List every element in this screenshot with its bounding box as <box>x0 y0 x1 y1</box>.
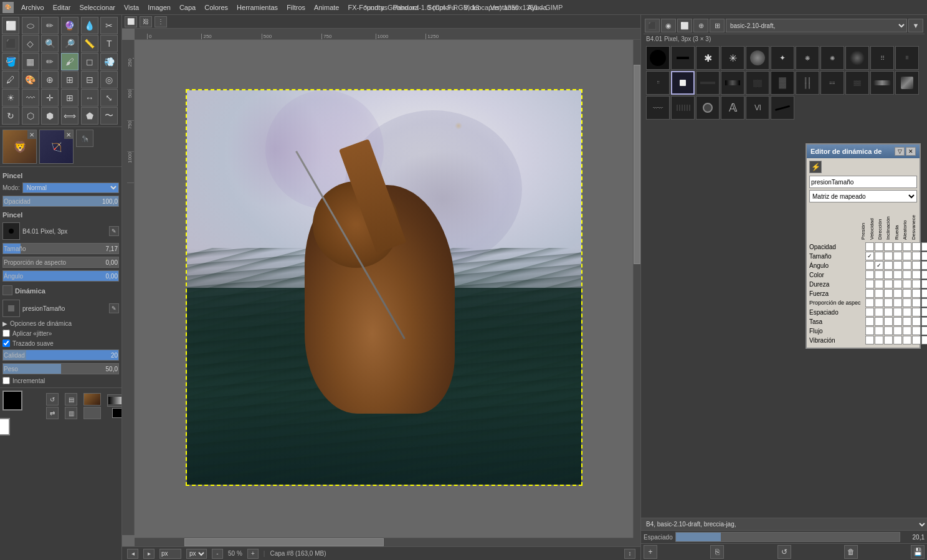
brush-item-24[interactable] <box>671 96 695 120</box>
tool-scissors[interactable]: ✂ <box>100 17 118 34</box>
weight-slider-bg[interactable] <box>2 363 119 374</box>
tool-free-select[interactable]: ✏ <box>41 17 59 34</box>
brush-new-btn[interactable]: + <box>644 545 657 559</box>
tool-warp[interactable]: 〜 <box>100 107 118 125</box>
dyn-tamano-cb-6[interactable] <box>921 252 927 260</box>
brush-edit-btn[interactable]: ✎ <box>109 226 119 236</box>
menu-filtros[interactable]: Filtros <box>283 2 309 12</box>
brush-item-25[interactable] <box>696 96 720 120</box>
brush-item-18[interactable]: ║║║║ <box>796 71 819 95</box>
dyn-angulo-cb-4[interactable] <box>903 261 911 270</box>
brush-item-20[interactable]: ▒▒ <box>845 71 869 95</box>
brush-item-4[interactable]: ✳ <box>721 46 744 70</box>
dyn-fuerza-cb-0[interactable] <box>865 289 874 298</box>
tool-shear[interactable]: ⬡ <box>22 107 39 125</box>
dyn-tasa-cb-0[interactable] <box>865 317 874 326</box>
brush-item-27[interactable]: Ⅵ <box>746 96 769 120</box>
menu-scriptfu[interactable]: Script-Fu <box>424 2 459 12</box>
dynamics-name-input[interactable] <box>809 176 917 188</box>
tool-measure[interactable]: 📏 <box>81 35 98 52</box>
dyn-fuerza-cb-2[interactable] <box>884 289 893 298</box>
dyn-vibracion-cb-3[interactable] <box>893 336 902 344</box>
dyn-fuerza-cb-1[interactable] <box>875 289 883 298</box>
dyn-tamano-cb-4[interactable] <box>903 252 911 260</box>
dyn-espaciado-cb-2[interactable] <box>884 308 893 316</box>
tool-paths[interactable]: ◇ <box>22 35 39 52</box>
brush-item-9[interactable] <box>845 46 869 70</box>
brush-item-14[interactable] <box>696 71 720 95</box>
brush-item-7[interactable]: ❋ <box>796 46 819 70</box>
dynamics-dialog-expand[interactable]: ▽ <box>895 147 905 156</box>
dyn-color-cb-5[interactable] <box>912 270 921 279</box>
menu-video[interactable]: Video <box>460 2 485 12</box>
tool-scale[interactable]: ⤡ <box>100 89 118 107</box>
tool-perspective-clone[interactable]: ⊟ <box>81 71 98 88</box>
aspect-slider-row[interactable]: Proporción de aspecto 0,00 <box>2 257 119 268</box>
brush-item-selected[interactable] <box>671 71 695 95</box>
layer-thumb-2[interactable]: 🏹 ✕ <box>39 130 74 164</box>
dyn-dureza-cb-6[interactable] <box>921 280 927 288</box>
tool-dodge-burn[interactable]: ☀ <box>2 89 19 107</box>
brush-preset-select[interactable]: basic-2.10-draft, <box>726 19 907 32</box>
brush-item-8[interactable]: ✺ <box>820 46 844 70</box>
tool-flip[interactable]: ⟺ <box>61 107 78 125</box>
menu-ayuda[interactable]: Ayuda <box>524 2 551 12</box>
tool-rectangle-select[interactable]: ⬜ <box>2 17 19 34</box>
menu-fx[interactable]: FX-Foundry <box>344 2 387 12</box>
tool-text[interactable]: T <box>100 35 118 52</box>
dyn-flujo-cb-3[interactable] <box>893 326 902 335</box>
layer-thumb-3[interactable]: 🦍 <box>76 130 93 147</box>
dyn-tamano-cb-3[interactable] <box>893 252 902 260</box>
dynamics-type-select[interactable]: Matriz de mapeado <box>809 190 917 202</box>
foreground-color[interactable] <box>2 391 22 411</box>
brush-save-btn[interactable]: 💾 <box>911 545 925 559</box>
opacity-slider-row[interactable]: Opacidad 100,0 <box>2 196 119 207</box>
dyn-flujo-cb-4[interactable] <box>903 326 911 335</box>
tool-eraser[interactable]: ◻ <box>81 53 98 70</box>
dyn-fuerza-cb-5[interactable] <box>912 289 921 298</box>
dyn-color-cb-2[interactable] <box>884 270 893 279</box>
tool-paintbrush[interactable]: 🖌 <box>61 53 78 70</box>
status-prev-btn[interactable]: ◂ <box>127 549 138 559</box>
tool-color-picker[interactable]: 🔍 <box>41 35 59 52</box>
dyn-flujo-cb-5[interactable] <box>912 326 921 335</box>
dyn-proporcion-cb-0[interactable] <box>865 298 874 307</box>
brush-bottom-select[interactable]: B4, basic-2.10-draft, breccia-jag, <box>641 518 927 531</box>
dyn-dureza-cb-3[interactable] <box>893 280 902 288</box>
dyn-dureza-cb-5[interactable] <box>912 280 921 288</box>
tool-pencil[interactable]: ✏ <box>41 53 59 70</box>
tool-blend[interactable]: ▦ <box>22 53 39 70</box>
brush-item-11[interactable]: ⠿ <box>895 46 919 70</box>
dyn-tasa-cb-6[interactable] <box>921 317 927 326</box>
dyn-color-cb-1[interactable] <box>875 270 883 279</box>
dyn-proporcion-cb-1[interactable] <box>875 298 883 307</box>
vertical-scrollbar-thumb[interactable] <box>634 65 640 264</box>
brush-item-5[interactable] <box>746 46 769 70</box>
tool-heal[interactable]: ⊞ <box>61 71 78 88</box>
dyn-tasa-cb-2[interactable] <box>884 317 893 326</box>
dyn-dureza-cb-2[interactable] <box>884 280 893 288</box>
dyn-color-cb-6[interactable] <box>921 270 927 279</box>
menu-vista[interactable]: Vista <box>120 2 143 12</box>
brush-item-3[interactable]: ✱ <box>696 46 720 70</box>
dyn-tasa-cb-1[interactable] <box>875 317 883 326</box>
zoom-in-btn[interactable]: + <box>247 549 259 559</box>
dyn-tamano-cb-2[interactable] <box>884 252 893 260</box>
dyn-tamano-cb-0[interactable]: ✓ <box>865 252 874 260</box>
dyn-angulo-cb-5[interactable] <box>912 261 921 270</box>
artwork-canvas[interactable] <box>186 89 582 486</box>
dyn-fuerza-cb-4[interactable] <box>903 289 911 298</box>
dyn-espaciado-cb-5[interactable] <box>912 308 921 316</box>
dyn-espaciado-cb-3[interactable] <box>893 308 902 316</box>
brush-item-16[interactable]: ░░ <box>746 71 769 95</box>
swap-colors-btn[interactable]: ⇄ <box>46 407 59 419</box>
status-next-btn[interactable]: ▸ <box>143 549 154 559</box>
dyn-dureza-cb-0[interactable] <box>865 280 874 288</box>
brush-item-10[interactable]: ⠿ <box>870 46 894 70</box>
menu-colores[interactable]: Colores <box>201 2 232 12</box>
dyn-color-cb-0[interactable] <box>865 270 874 279</box>
dyn-angulo-cb-3[interactable] <box>893 261 902 270</box>
tool-align[interactable]: ⊞ <box>61 89 78 107</box>
dyn-vibracion-cb-2[interactable] <box>884 336 893 344</box>
tool-transform[interactable]: ↔ <box>81 89 98 107</box>
